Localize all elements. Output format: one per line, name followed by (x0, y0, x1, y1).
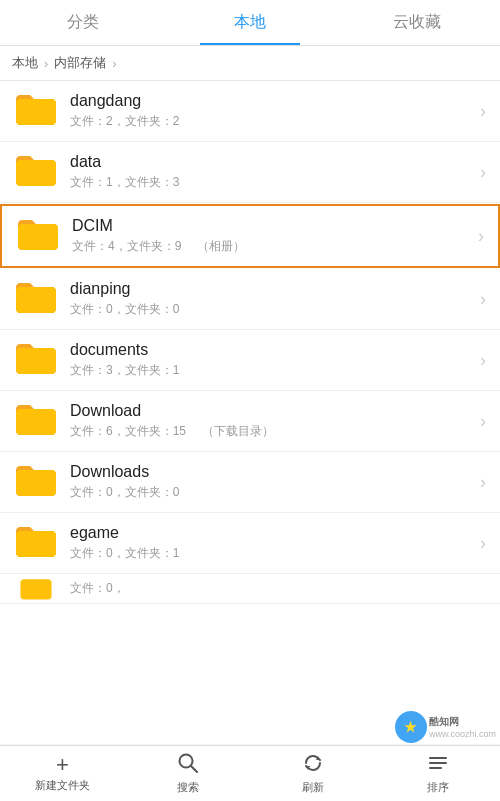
new-folder-button[interactable]: + 新建文件夹 (0, 754, 125, 793)
sort-button[interactable]: 排序 (375, 752, 500, 795)
file-meta: 文件：3，文件夹：1 (70, 362, 179, 379)
file-name: dianping (70, 280, 472, 298)
file-meta: 文件：0，文件夹：1 (70, 545, 179, 562)
file-meta: 文件：6，文件夹：15 (70, 423, 186, 440)
file-item[interactable]: dangdang文件：2，文件夹：2› (0, 81, 500, 142)
folder-icon (14, 401, 70, 441)
search-icon (177, 752, 199, 778)
file-meta: 文件：2，文件夹：2 (70, 113, 179, 130)
file-item[interactable]: DCIM文件：4，文件夹：9（相册）› (0, 204, 500, 268)
folder-icon (14, 279, 70, 319)
file-tag: （下载目录） (202, 423, 274, 440)
chevron-right-icon: › (480, 350, 486, 371)
refresh-icon (302, 752, 324, 778)
file-meta: 文件：4，文件夹：9 (72, 238, 181, 255)
chevron-right-icon: › (480, 411, 486, 432)
file-item[interactable]: data文件：1，文件夹：3› (0, 142, 500, 203)
chevron-right-icon: › (478, 226, 484, 247)
file-item[interactable]: Downloads文件：0，文件夹：0› (0, 452, 500, 513)
tab-local[interactable]: 本地 (167, 0, 334, 45)
file-name: egame (70, 524, 472, 542)
watermark-url: www.coozhi.com (429, 729, 496, 739)
file-name: Downloads (70, 463, 472, 481)
tab-cloud[interactable]: 云收藏 (333, 0, 500, 45)
svg-line-1 (191, 766, 197, 772)
watermark-name: 酷知网 (429, 715, 496, 729)
file-list: dangdang文件：2，文件夹：2› data文件：1，文件夹：3› DCIM… (0, 81, 500, 744)
folder-icon (14, 91, 70, 131)
file-meta: 文件：1，文件夹：3 (70, 174, 179, 191)
breadcrumb-internal[interactable]: 内部存储 (54, 54, 106, 72)
chevron-right-icon: › (480, 162, 486, 183)
file-item[interactable]: egame文件：0，文件夹：1› (0, 513, 500, 574)
breadcrumb-sep-1: › (44, 56, 48, 71)
folder-icon (14, 523, 70, 563)
file-tag: （相册） (197, 238, 245, 255)
chevron-right-icon: › (480, 101, 486, 122)
plus-icon: + (56, 754, 69, 776)
tab-category[interactable]: 分类 (0, 0, 167, 45)
file-meta: 文件：0，文件夹：0 (70, 301, 179, 318)
file-name: dangdang (70, 92, 472, 110)
search-button[interactable]: 搜索 (125, 752, 250, 795)
breadcrumb-local[interactable]: 本地 (12, 54, 38, 72)
file-name: DCIM (72, 217, 470, 235)
folder-icon (14, 340, 70, 380)
breadcrumb: 本地 › 内部存储 › (0, 46, 500, 81)
watermark: ★ 酷知网 www.coozhi.com (395, 711, 496, 743)
file-item[interactable]: documents文件：3，文件夹：1› (0, 330, 500, 391)
folder-icon (14, 152, 70, 192)
chevron-right-icon: › (480, 289, 486, 310)
folder-icon (16, 216, 72, 256)
file-name: data (70, 153, 472, 171)
file-item[interactable]: Download文件：6，文件夹：15（下载目录）› (0, 391, 500, 452)
breadcrumb-sep-2: › (112, 56, 116, 71)
chevron-right-icon: › (480, 472, 486, 493)
tab-bar: 分类 本地 云收藏 (0, 0, 500, 46)
bottom-toolbar: + 新建文件夹 搜索 刷新 (0, 745, 500, 801)
chevron-right-icon: › (480, 533, 486, 554)
partial-file-meta: 文件：0， (70, 580, 125, 597)
folder-icon (14, 462, 70, 502)
file-name: Download (70, 402, 472, 420)
file-item-partial: 文件：0， (0, 574, 500, 604)
sort-icon (427, 752, 449, 778)
file-meta: 文件：0，文件夹：0 (70, 484, 179, 501)
file-name: documents (70, 341, 472, 359)
refresh-button[interactable]: 刷新 (250, 752, 375, 795)
file-item[interactable]: dianping文件：0，文件夹：0› (0, 269, 500, 330)
watermark-icon: ★ (395, 711, 427, 743)
